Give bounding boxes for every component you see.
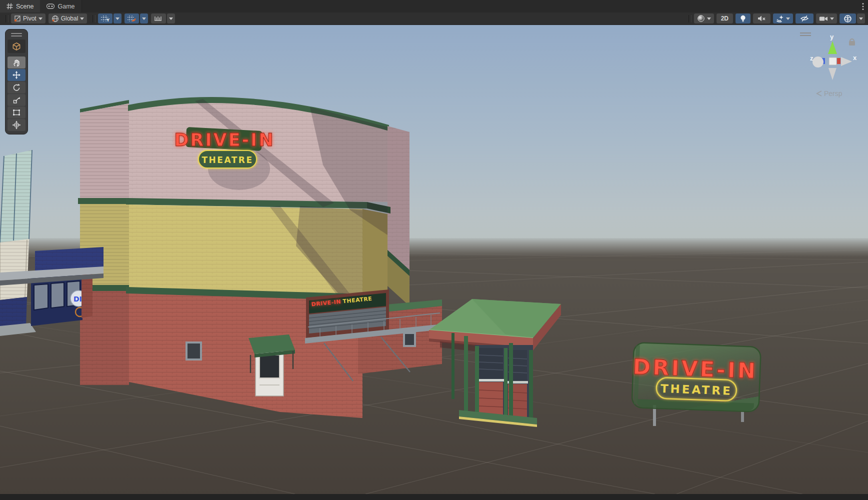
chevron-down-icon [786,18,790,20]
rotate-tool-button[interactable] [8,82,26,94]
persp-label: Persp [824,90,842,98]
tools-drag-handle[interactable] [11,33,22,34]
gamepad-icon [46,4,54,9]
chevron-down-icon [142,18,146,20]
transform-icon [12,120,21,130]
tool-context-button[interactable] [8,40,26,53]
tab-bar: Scene Game [0,0,868,12]
gizmo-drag-handle[interactable] [800,33,811,36]
gizmo-y-label: y [830,33,834,40]
window-bottom-edge [0,494,868,500]
ground-sign-theatre: THEATRE [660,382,732,398]
effects-button[interactable] [773,14,793,24]
chevron-down-icon [169,18,173,20]
gizmo-z-label: z [810,54,814,62]
move-icon [12,70,21,80]
2d-toggle-button[interactable]: 2D [716,14,733,24]
rect-tool-button[interactable] [8,106,26,118]
gizmo-center-cube[interactable] [829,58,836,65]
hand-icon [12,58,21,67]
unity-editor-window: Scene Game Pivot [0,0,868,500]
snap-increment-button[interactable] [151,14,166,24]
lock-icon[interactable] [849,39,855,46]
scene-viewport[interactable]: DRIVE-IN THEATRE DRIVE-IN THEATRE [0,25,868,494]
scene-lighting-button[interactable] [736,14,750,24]
grid-snapping-button[interactable] [124,14,139,24]
grid-axis-y-button[interactable]: Y [98,14,112,24]
lightbulb-icon [740,15,746,22]
gizmos-button[interactable] [840,14,856,24]
gizmo-x-label: x [853,54,857,62]
toolbar-separator [92,15,96,22]
snap-magnet-icon [128,15,136,22]
pivot-mode-button[interactable]: Pivot [11,14,46,24]
chevron-down-icon [116,18,120,20]
audio-muted-icon [758,15,766,22]
chevron-down-icon [830,18,834,20]
tab-game-label: Game [58,3,74,10]
view-tool-button[interactable] [8,56,26,68]
tab-scene[interactable]: Scene [0,0,40,12]
move-tool-button[interactable] [8,69,26,81]
gizmo-z-axis[interactable]: z [810,54,825,68]
rect-icon [12,108,21,117]
gizmo-y-axis[interactable]: y [828,33,837,54]
tab-game[interactable]: Game [40,0,82,12]
scene-visibility-button[interactable] [796,14,814,24]
toolbar-drag-handle[interactable] [6,15,8,22]
increment-snap-icon [154,15,163,22]
rotate-icon [12,83,21,92]
snap-increment-dropdown[interactable] [167,14,175,24]
audio-toggle-button[interactable] [753,14,770,24]
diner-neon-sign: DI [74,295,82,303]
scene-toolbar: Pivot Global [0,12,868,25]
toolbar-drag-handle-right[interactable] [688,15,692,22]
kebab-menu-icon [862,2,864,10]
camera-settings-button[interactable] [816,14,837,24]
tab-scene-label: Scene [16,3,34,10]
chevron-down-icon [859,18,863,20]
global-orientation-button[interactable]: Global [48,14,88,24]
grid-snapping-dropdown[interactable] [140,14,148,24]
tools-drag-handle[interactable] [11,36,22,36]
building-sign-theatre: THEATRE [202,155,253,165]
gizmo-sphere-icon [844,14,852,23]
scene-grid-icon [6,3,13,10]
chevron-down-icon [80,18,84,20]
chevron-down-icon [38,18,42,20]
orientation-gizmo[interactable]: y x z Persp [793,29,868,99]
tools-overlay [5,29,28,134]
gizmo-neg-y-axis[interactable] [828,68,836,80]
booth-cabin [475,345,533,418]
grid-axis-dropdown[interactable] [114,14,122,24]
2d-label: 2D [721,15,728,22]
gizmos-dropdown[interactable] [857,14,865,24]
camera-icon [819,16,828,22]
tab-options-menu[interactable] [858,0,868,12]
shading-mode-button[interactable] [694,14,714,24]
pivot-label: Pivot [23,15,36,22]
globe-icon [52,15,59,22]
gizmo-x-axis[interactable]: x [837,54,857,66]
scale-tool-button[interactable] [8,94,26,106]
effects-star-icon [776,15,784,22]
global-label: Global [61,15,78,22]
theatre-building[interactable]: DRIVE-IN THEATRE DRIVE-IN THEATRE [78,97,442,418]
svg-text:Y: Y [106,18,110,22]
shaded-sphere-icon [697,14,705,22]
chevron-down-icon [707,18,711,20]
scale-icon [12,96,21,104]
cube-icon [12,42,22,52]
building-sign-drivein: DRIVE-IN [174,130,275,150]
eye-slash-icon [800,15,809,22]
grid-y-icon: Y [101,15,110,22]
projection-toggle[interactable]: Persp [817,90,842,98]
pivot-icon [14,15,21,22]
transform-tool-button[interactable] [8,119,26,131]
